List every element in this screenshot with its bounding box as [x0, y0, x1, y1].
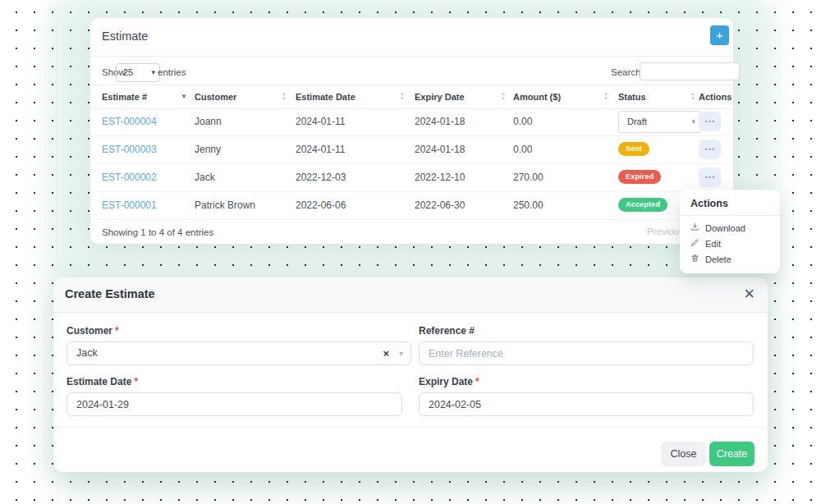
status-badge: Sent [618, 142, 649, 156]
cell-estimate-date: 2022-12-03 [296, 163, 346, 191]
table-row: EST-000002 Jack 2022-12-03 2022-12-10 27… [90, 163, 733, 192]
actions-menu-title: Actions [680, 190, 780, 215]
close-icon: × [744, 283, 754, 304]
menu-item-download[interactable]: Download [680, 220, 780, 236]
delete-icon [690, 254, 699, 264]
close-button[interactable]: Close [661, 442, 706, 466]
customer-value: Jack [76, 347, 98, 359]
search-input[interactable] [640, 62, 740, 80]
estimate-table-card: Estimate + Show 25 ▾ entries Search: Est… [90, 18, 733, 244]
expiry-date-input[interactable] [419, 392, 754, 416]
customer-label: Customer* [67, 325, 119, 337]
customer-select[interactable]: Jack × ▾ [67, 341, 411, 365]
status-value: Draft [627, 117, 647, 126]
table-row: EST-000004 Joann 2024-01-11 2024-01-18 0… [90, 108, 733, 136]
cell-amount: 270.00 [513, 163, 544, 191]
column-header-customer[interactable]: Customer [195, 85, 236, 108]
status-select[interactable]: Draft ▾ [618, 111, 702, 133]
page-size-select[interactable]: 25 ▾ [116, 63, 160, 82]
cell-amount: 250.00 [513, 191, 544, 219]
reference-input[interactable] [419, 341, 754, 365]
cell-amount: 0.00 [513, 108, 532, 135]
menu-item-label: Download [705, 223, 745, 233]
estimate-id-link[interactable]: EST-000002 [102, 163, 157, 191]
ellipsis-icon: ⋯ [704, 115, 715, 127]
add-estimate-button[interactable]: + [710, 25, 729, 45]
cell-amount: 0.00 [513, 135, 532, 163]
column-header-estimate-date[interactable]: Estimate Date [296, 85, 355, 108]
entries-summary: Showing 1 to 4 of 4 entries [102, 227, 213, 237]
plus-icon: + [716, 28, 723, 42]
estimate-id-link[interactable]: EST-000003 [102, 135, 157, 163]
column-header-estimate-id[interactable]: Estimate # [102, 85, 147, 108]
modal-close-button[interactable]: × [741, 282, 758, 305]
sort-icon[interactable]: ▼ [181, 93, 187, 100]
menu-item-label: Edit [705, 239, 721, 249]
download-icon [690, 222, 699, 233]
estimate-date-label: Estimate Date* [67, 376, 138, 387]
cell-estimate-date: 2024-01-11 [296, 135, 346, 163]
cell-customer: Patrick Brown [195, 191, 255, 219]
cell-estimate-date: 2022-06-06 [296, 191, 346, 219]
ellipsis-icon: ⋯ [704, 143, 715, 155]
estimate-date-input[interactable] [67, 392, 402, 416]
modal-header: Create Estimate × [53, 277, 768, 313]
table-footer: Showing 1 to 4 of 4 entries Previous [90, 219, 733, 244]
create-estimate-modal: Create Estimate × Customer* Jack × ▾ Ref… [53, 277, 768, 472]
divider [680, 215, 780, 216]
menu-item-edit[interactable]: Edit [680, 236, 780, 251]
sort-icon[interactable]: ▲▼ [603, 92, 608, 101]
sort-icon[interactable]: ▲▼ [400, 92, 405, 101]
clear-icon[interactable]: × [383, 342, 389, 364]
cell-estimate-date: 2024-01-11 [296, 108, 346, 135]
edit-icon [690, 238, 699, 249]
page-title: Estimate [102, 30, 148, 43]
required-marker: * [115, 325, 119, 337]
cell-customer: Jenny [195, 135, 221, 163]
modal-footer: Close Create [53, 427, 768, 472]
required-marker: * [475, 376, 479, 387]
table-row: EST-000001 Patrick Brown 2022-06-06 2022… [90, 191, 733, 220]
actions-dropdown-menu: Actions Download Edit Delete [680, 190, 780, 273]
status-badge: Accepted [618, 198, 667, 212]
ellipsis-icon: ⋯ [704, 171, 715, 183]
card-header: Estimate + [90, 18, 733, 57]
sort-icon[interactable]: ▲▼ [282, 92, 287, 101]
sort-icon[interactable]: ▲▼ [501, 92, 506, 101]
entries-label: entries [158, 67, 186, 77]
expiry-date-label: Expiry Date* [419, 376, 479, 387]
chevron-down-icon: ▾ [151, 64, 155, 81]
menu-item-label: Delete [705, 254, 732, 264]
chevron-down-icon: ▾ [691, 112, 695, 131]
column-header-amount[interactable]: Amount ($) [513, 85, 561, 108]
modal-title: Create Estimate [65, 287, 155, 300]
table-header-row: Estimate # ▼ Customer ▲▼ Estimate Date ▲… [90, 85, 733, 109]
cell-customer: Joann [195, 108, 222, 135]
page-size-value: 25 [123, 67, 133, 77]
required-marker: * [134, 376, 138, 387]
sort-icon[interactable]: ▲▼ [690, 92, 695, 101]
cell-expiry-date: 2024-01-18 [415, 108, 465, 135]
row-actions-button[interactable]: ⋯ [699, 112, 721, 131]
cell-expiry-date: 2022-06-30 [415, 191, 465, 219]
row-actions-button[interactable]: ⋯ [699, 140, 721, 159]
menu-item-delete[interactable]: Delete [680, 251, 780, 267]
column-header-status[interactable]: Status [618, 85, 646, 108]
column-header-expiry-date[interactable]: Expiry Date [415, 85, 465, 108]
estimate-id-link[interactable]: EST-000004 [102, 108, 157, 135]
row-actions-button[interactable]: ⋯ [699, 167, 721, 187]
table-row: EST-000003 Jenny 2024-01-11 2024-01-18 0… [90, 135, 733, 164]
cell-expiry-date: 2024-01-18 [415, 135, 465, 163]
create-button[interactable]: Create [709, 442, 754, 466]
reference-label: Reference # [419, 325, 475, 337]
column-header-actions: Actions [699, 85, 732, 108]
status-badge: Expired [618, 170, 661, 184]
search-label: Search: [611, 67, 644, 77]
cell-customer: Jack [195, 163, 215, 191]
pagination-previous[interactable]: Previous [647, 227, 684, 236]
estimate-id-link[interactable]: EST-000001 [102, 191, 157, 219]
cell-expiry-date: 2022-12-10 [415, 163, 465, 191]
chevron-down-icon: ▾ [399, 342, 403, 364]
